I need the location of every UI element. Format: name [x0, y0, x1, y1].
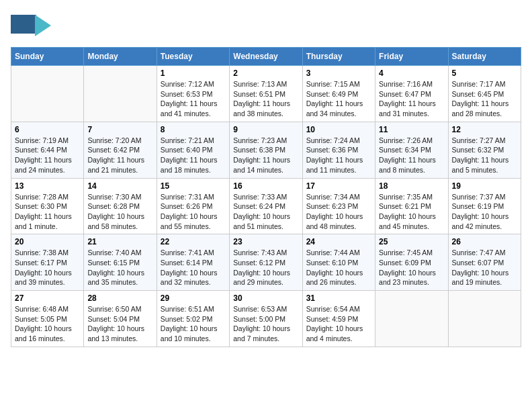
- day-number: 11: [379, 125, 444, 134]
- day-info: Sunrise: 7:13 AM Sunset: 6:51 PM Dayligh…: [233, 79, 298, 119]
- calendar-cell: 4Sunrise: 7:16 AM Sunset: 6:47 PM Daylig…: [375, 66, 448, 122]
- day-number: 2: [233, 68, 298, 78]
- day-info: Sunrise: 7:17 AM Sunset: 6:45 PM Dayligh…: [452, 79, 517, 119]
- calendar-week-4: 20Sunrise: 7:38 AM Sunset: 6:17 PM Dayli…: [11, 234, 521, 291]
- header-cell-saturday: Saturday: [448, 48, 521, 66]
- svg-rect-0: [11, 15, 36, 34]
- day-info: Sunrise: 7:43 AM Sunset: 6:12 PM Dayligh…: [233, 248, 298, 287]
- calendar-cell: [11, 66, 84, 122]
- day-info: Sunrise: 7:34 AM Sunset: 6:23 PM Dayligh…: [306, 192, 371, 232]
- day-info: Sunrise: 7:41 AM Sunset: 6:14 PM Dayligh…: [161, 248, 226, 287]
- day-number: 25: [379, 237, 444, 246]
- day-info: Sunrise: 7:37 AM Sunset: 6:19 PM Dayligh…: [452, 192, 517, 232]
- calendar-cell: 26Sunrise: 7:47 AM Sunset: 6:07 PM Dayli…: [448, 234, 521, 291]
- calendar-cell: 21Sunrise: 7:40 AM Sunset: 6:15 PM Dayli…: [84, 234, 157, 291]
- day-number: 28: [87, 293, 152, 303]
- day-info: Sunrise: 7:21 AM Sunset: 6:40 PM Dayligh…: [161, 136, 226, 175]
- calendar-cell: 20Sunrise: 7:38 AM Sunset: 6:17 PM Dayli…: [11, 234, 84, 291]
- calendar-cell: 9Sunrise: 7:23 AM Sunset: 6:38 PM Daylig…: [230, 122, 302, 178]
- day-number: 27: [15, 293, 80, 303]
- day-info: Sunrise: 7:26 AM Sunset: 6:34 PM Dayligh…: [379, 136, 444, 175]
- header-cell-monday: Monday: [84, 48, 157, 66]
- day-number: 7: [87, 125, 152, 134]
- day-info: Sunrise: 7:15 AM Sunset: 6:49 PM Dayligh…: [306, 79, 371, 119]
- logo-icon: [11, 11, 51, 40]
- logo: [11, 11, 55, 40]
- day-number: 23: [233, 237, 298, 246]
- day-info: Sunrise: 7:45 AM Sunset: 6:09 PM Dayligh…: [379, 248, 444, 287]
- day-number: 5: [452, 68, 517, 78]
- calendar-cell: 27Sunrise: 6:48 AM Sunset: 5:05 PM Dayli…: [11, 291, 84, 347]
- day-info: Sunrise: 7:28 AM Sunset: 6:30 PM Dayligh…: [15, 192, 80, 232]
- day-info: Sunrise: 7:31 AM Sunset: 6:26 PM Dayligh…: [161, 192, 226, 232]
- header-cell-tuesday: Tuesday: [157, 48, 229, 66]
- day-info: Sunrise: 7:40 AM Sunset: 6:15 PM Dayligh…: [87, 248, 152, 287]
- day-number: 22: [161, 237, 226, 246]
- day-number: 15: [161, 181, 226, 191]
- day-info: Sunrise: 7:38 AM Sunset: 6:17 PM Dayligh…: [15, 248, 80, 287]
- header-cell-wednesday: Wednesday: [230, 48, 302, 66]
- calendar-cell: 25Sunrise: 7:45 AM Sunset: 6:09 PM Dayli…: [375, 234, 448, 291]
- day-number: 9: [233, 125, 298, 134]
- day-number: 19: [452, 181, 517, 191]
- day-number: 29: [161, 293, 226, 303]
- day-number: 10: [306, 125, 371, 134]
- page-header: [11, 11, 521, 40]
- calendar-cell: 22Sunrise: 7:41 AM Sunset: 6:14 PM Dayli…: [157, 234, 229, 291]
- header-cell-thursday: Thursday: [302, 48, 375, 66]
- day-number: 8: [161, 125, 226, 134]
- day-info: Sunrise: 7:44 AM Sunset: 6:10 PM Dayligh…: [306, 248, 371, 287]
- day-number: 20: [15, 237, 80, 246]
- calendar-week-3: 13Sunrise: 7:28 AM Sunset: 6:30 PM Dayli…: [11, 178, 521, 234]
- calendar-cell: 17Sunrise: 7:34 AM Sunset: 6:23 PM Dayli…: [302, 178, 375, 234]
- day-info: Sunrise: 7:33 AM Sunset: 6:24 PM Dayligh…: [233, 192, 298, 232]
- calendar-cell: 3Sunrise: 7:15 AM Sunset: 6:49 PM Daylig…: [302, 66, 375, 122]
- svg-marker-1: [35, 15, 51, 36]
- calendar-cell: 30Sunrise: 6:53 AM Sunset: 5:00 PM Dayli…: [230, 291, 302, 347]
- day-number: 1: [161, 68, 226, 78]
- day-number: 17: [306, 181, 371, 191]
- calendar-cell: 6Sunrise: 7:19 AM Sunset: 6:44 PM Daylig…: [11, 122, 84, 178]
- day-number: 30: [233, 293, 298, 303]
- day-info: Sunrise: 7:20 AM Sunset: 6:42 PM Dayligh…: [87, 136, 152, 175]
- day-info: Sunrise: 7:35 AM Sunset: 6:21 PM Dayligh…: [379, 192, 444, 232]
- calendar-cell: 1Sunrise: 7:12 AM Sunset: 6:53 PM Daylig…: [157, 66, 229, 122]
- day-info: Sunrise: 7:47 AM Sunset: 6:07 PM Dayligh…: [452, 248, 517, 287]
- calendar-body: 1Sunrise: 7:12 AM Sunset: 6:53 PM Daylig…: [11, 66, 521, 347]
- day-number: 3: [306, 68, 371, 78]
- day-info: Sunrise: 6:50 AM Sunset: 5:04 PM Dayligh…: [87, 304, 152, 344]
- day-number: 18: [379, 181, 444, 191]
- day-info: Sunrise: 7:16 AM Sunset: 6:47 PM Dayligh…: [379, 79, 444, 119]
- calendar-table: SundayMondayTuesdayWednesdayThursdayFrid…: [11, 47, 521, 347]
- calendar-cell: 15Sunrise: 7:31 AM Sunset: 6:26 PM Dayli…: [157, 178, 229, 234]
- day-number: 21: [87, 237, 152, 246]
- calendar-cell: 13Sunrise: 7:28 AM Sunset: 6:30 PM Dayli…: [11, 178, 84, 234]
- header-cell-friday: Friday: [375, 48, 448, 66]
- day-info: Sunrise: 7:30 AM Sunset: 6:28 PM Dayligh…: [87, 192, 152, 232]
- day-number: 4: [379, 68, 444, 78]
- calendar-cell: 24Sunrise: 7:44 AM Sunset: 6:10 PM Dayli…: [302, 234, 375, 291]
- day-info: Sunrise: 6:53 AM Sunset: 5:00 PM Dayligh…: [233, 304, 298, 344]
- day-info: Sunrise: 6:54 AM Sunset: 4:59 PM Dayligh…: [306, 304, 371, 344]
- day-info: Sunrise: 7:19 AM Sunset: 6:44 PM Dayligh…: [15, 136, 80, 175]
- calendar-week-2: 6Sunrise: 7:19 AM Sunset: 6:44 PM Daylig…: [11, 122, 521, 178]
- calendar-cell: 2Sunrise: 7:13 AM Sunset: 6:51 PM Daylig…: [230, 66, 302, 122]
- calendar-cell: 12Sunrise: 7:27 AM Sunset: 6:32 PM Dayli…: [448, 122, 521, 178]
- calendar-cell: 31Sunrise: 6:54 AM Sunset: 4:59 PM Dayli…: [302, 291, 375, 347]
- calendar-cell: [448, 291, 521, 347]
- day-number: 13: [15, 181, 80, 191]
- day-number: 24: [306, 237, 371, 246]
- day-info: Sunrise: 6:48 AM Sunset: 5:05 PM Dayligh…: [15, 304, 80, 344]
- day-number: 26: [452, 237, 517, 246]
- calendar-week-5: 27Sunrise: 6:48 AM Sunset: 5:05 PM Dayli…: [11, 291, 521, 347]
- calendar-header-row: SundayMondayTuesdayWednesdayThursdayFrid…: [11, 48, 521, 66]
- calendar-cell: 14Sunrise: 7:30 AM Sunset: 6:28 PM Dayli…: [84, 178, 157, 234]
- day-number: 31: [306, 293, 371, 303]
- calendar-cell: 16Sunrise: 7:33 AM Sunset: 6:24 PM Dayli…: [230, 178, 302, 234]
- calendar-week-1: 1Sunrise: 7:12 AM Sunset: 6:53 PM Daylig…: [11, 66, 521, 122]
- calendar-cell: 28Sunrise: 6:50 AM Sunset: 5:04 PM Dayli…: [84, 291, 157, 347]
- day-info: Sunrise: 6:51 AM Sunset: 5:02 PM Dayligh…: [161, 304, 226, 344]
- day-info: Sunrise: 7:12 AM Sunset: 6:53 PM Dayligh…: [161, 79, 226, 119]
- day-number: 6: [15, 125, 80, 134]
- day-number: 14: [87, 181, 152, 191]
